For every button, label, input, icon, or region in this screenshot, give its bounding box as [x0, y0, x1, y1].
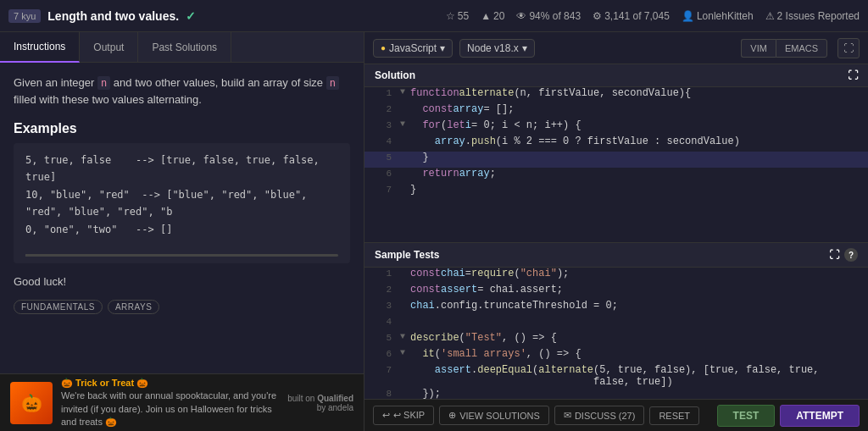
sample-tests-expand-icon[interactable]: ⛶	[829, 249, 839, 261]
solution-expand-icon[interactable]: ⛶	[848, 69, 858, 81]
tag-arrays[interactable]: ARRAYS	[108, 300, 159, 314]
test-line-6: 6 ▼ it('small arrays', () => {	[364, 348, 868, 364]
tags-row: FUNDAMENTALS ARRAYS	[14, 300, 350, 314]
top-bar: 7 kyu Length and two values. ✓ ☆ 55 ▲ 20…	[0, 0, 868, 32]
example-line-3: 0, "one", "two" --> []	[25, 221, 338, 238]
fullscreen-button[interactable]: ⛶	[837, 38, 860, 58]
user-stat: 👤 LonlehKitteh	[682, 10, 754, 22]
promo-body: We're back with our annual spooktacular,…	[61, 390, 276, 427]
test-line-3: 3 chai.config.truncateThreshold = 0;	[364, 300, 868, 316]
issues-stat: ⚠ 2 Issues Reported	[765, 10, 860, 22]
top-bar-stats: ☆ 55 ▲ 20 👁 94% of 843 ⚙ 3,141 of 7,045 …	[446, 10, 860, 22]
code-line-7: 7 }	[364, 184, 868, 200]
skip-button[interactable]: ↩ ↩ SKIP	[373, 406, 434, 425]
sample-tests-header-icons: ⛶ ?	[829, 248, 858, 262]
language-label: JavaScript	[389, 42, 437, 54]
tab-instructions[interactable]: Instructions	[0, 32, 80, 63]
tabs-bar: Instructions Output Past Solutions	[0, 32, 364, 63]
code-line-6: 6 return array;	[364, 168, 868, 184]
votes-stat: ▲ 20	[481, 10, 504, 22]
main-split: Instructions Output Past Solutions Given…	[0, 32, 868, 431]
solution-title: Solution	[375, 69, 415, 81]
satisfaction-icon: 👁	[516, 10, 526, 22]
example-line-2: 10, "blue", "red" --> ["blue", "red", "b…	[25, 186, 338, 221]
vim-button[interactable]: VIM	[741, 39, 776, 58]
good-luck-text: Good luck!	[14, 275, 350, 288]
tests-code-editor[interactable]: 1 const chai = require("chai"); 2 const …	[364, 268, 868, 399]
discuss-label: DISCUSS (27)	[575, 411, 636, 421]
examples-box: 5, true, false --> [true, false, true, f…	[14, 143, 350, 263]
discuss-button[interactable]: ✉ DISCUSS (27)	[554, 406, 645, 425]
vim-emacs-group: VIM EMACS	[741, 39, 827, 58]
description-text: Given an integer n and two other values,…	[14, 75, 350, 108]
skip-icon: ↩	[382, 410, 390, 421]
sample-tests-help-icon[interactable]: ?	[844, 248, 858, 262]
code-n2: n	[326, 76, 339, 90]
qualified-logo-sub: by andela	[287, 403, 353, 412]
js-dot-icon: ●	[381, 43, 386, 52]
reset-button[interactable]: RESET	[649, 406, 699, 425]
qualified-logo-built: built on Qualified	[287, 394, 353, 403]
code-line-3: 3 ▼ for (let i = 0; i < n; i++) {	[364, 119, 868, 135]
test-line-8: 8 });	[364, 388, 868, 399]
promo-image: 🎃	[10, 382, 53, 424]
reset-label: RESET	[659, 411, 690, 421]
skip-label: ↩ SKIP	[393, 410, 425, 421]
tab-past-solutions[interactable]: Past Solutions	[138, 32, 231, 63]
code-line-2: 2 const array = [];	[364, 103, 868, 119]
view-solutions-icon: ⊕	[448, 410, 456, 421]
test-line-1: 1 const chai = require("chai");	[364, 268, 868, 284]
language-selector[interactable]: ● JavaScript ▾	[373, 39, 453, 58]
attempt-button[interactable]: ATTEMPT	[780, 405, 860, 427]
tag-fundamentals[interactable]: FUNDAMENTALS	[14, 300, 103, 314]
runtime-selector[interactable]: Node v18.x ▾	[459, 39, 535, 58]
scrollbar-thumb[interactable]	[25, 254, 76, 257]
language-dropdown-icon: ▾	[440, 42, 445, 54]
kyu-badge: 7 kyu	[8, 9, 41, 23]
star-icon: ☆	[446, 10, 455, 22]
issues-icon: ⚠	[765, 10, 775, 22]
action-buttons: TEST ATTEMPT	[717, 405, 860, 427]
vote-icon: ▲	[481, 10, 491, 22]
view-solutions-label: VIEW SOLUTIONS	[459, 411, 540, 421]
user-icon: 👤	[682, 10, 694, 22]
promo-title: 🎃 Trick or Treat 🎃	[61, 378, 148, 388]
code-line-5: 5 }	[364, 152, 868, 168]
sample-tests-title: Sample Tests	[375, 249, 439, 261]
promo-text: 🎃 Trick or Treat 🎃 We're back with our a…	[61, 377, 279, 429]
test-button[interactable]: TEST	[717, 405, 776, 427]
test-line-5: 5 ▼ describe("Test", () => {	[364, 332, 868, 348]
editor-header-icons: ⛶	[848, 69, 858, 81]
emacs-button[interactable]: EMACS	[776, 39, 827, 58]
right-panel: ● JavaScript ▾ Node v18.x ▾ VIM EMACS ⛶ …	[364, 32, 868, 431]
satisfaction-stat: 👁 94% of 843	[516, 10, 581, 22]
tab-output[interactable]: Output	[80, 32, 138, 63]
test-line-4: 4	[364, 316, 868, 332]
sample-tests-header: Sample Tests ⛶ ?	[364, 243, 868, 268]
code-line-4: 4 array.push(i % 2 === 0 ? firstValue : …	[364, 135, 868, 152]
bottom-bar: ↩ ↩ SKIP ⊕ VIEW SOLUTIONS ✉ DISCUSS (27)…	[364, 399, 868, 431]
discuss-icon: ✉	[564, 410, 571, 421]
code-n: n	[97, 76, 110, 90]
check-icon: ✓	[186, 9, 196, 23]
test-line-7: 7 assert.deepEqual(alternate(5, true, fa…	[364, 364, 868, 388]
title-text: Length and two values.	[47, 9, 179, 23]
runtime-dropdown-icon: ▾	[522, 42, 527, 54]
examples-title: Examples	[14, 121, 350, 136]
view-solutions-button[interactable]: ⊕ VIEW SOLUTIONS	[439, 406, 549, 425]
promo-bar: 🎃 🎃 Trick or Treat 🎃 We're back with our…	[0, 373, 364, 431]
left-content: Given an integer n and two other values,…	[0, 63, 364, 373]
example-line-1: 5, true, false --> [true, false, true, f…	[25, 152, 338, 186]
code-line-1: 1 ▼ function alternate(n, firstValue, se…	[364, 87, 868, 103]
editor-section: Solution ⛶ 1 ▼ function alternate(n, fir…	[364, 64, 868, 431]
test-line-2: 2 const assert = chai.assert;	[364, 284, 868, 300]
left-panel: Instructions Output Past Solutions Given…	[0, 32, 364, 431]
runtime-label: Node v18.x	[467, 42, 519, 54]
code-editor[interactable]: 1 ▼ function alternate(n, firstValue, se…	[364, 87, 868, 242]
page-title: Length and two values. ✓	[47, 9, 446, 23]
stars-stat: ☆ 55	[446, 10, 469, 22]
sample-tests-section: Sample Tests ⛶ ? 1 const chai = require(…	[364, 242, 868, 399]
qualified-logo: built on Qualified by andela	[287, 394, 353, 412]
right-top-bar: ● JavaScript ▾ Node v18.x ▾ VIM EMACS ⛶	[364, 32, 868, 64]
solution-header: Solution ⛶	[364, 64, 868, 87]
